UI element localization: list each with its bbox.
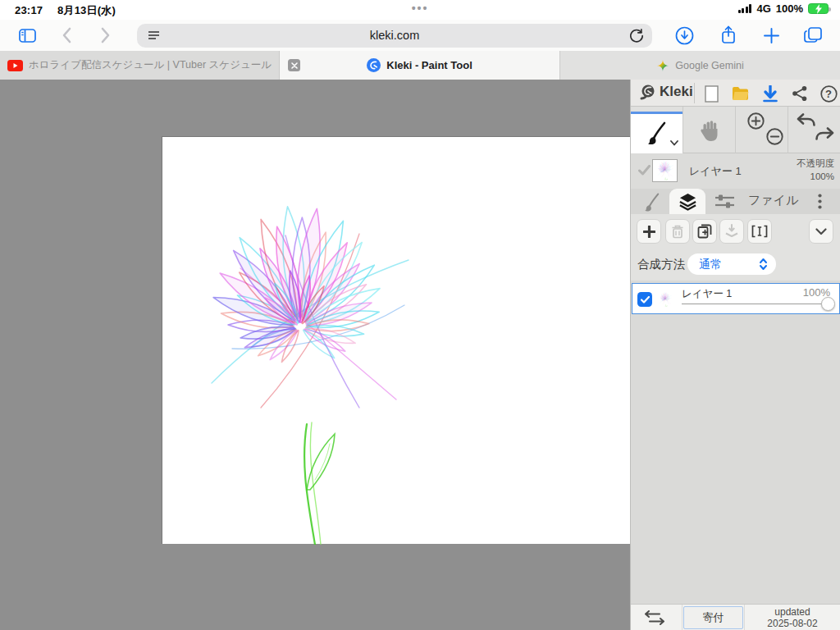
youtube-icon	[7, 60, 23, 71]
gemini-icon	[656, 59, 669, 72]
address-bar[interactable]: kleki.com	[137, 24, 652, 48]
tab-settings-icon[interactable]	[714, 192, 735, 211]
battery-charging-icon	[808, 3, 829, 14]
layer-visibility-checkbox[interactable]	[637, 292, 652, 307]
duplicate-layer-button[interactable]	[692, 219, 717, 244]
updated-date: 2025-08-02	[746, 618, 839, 629]
zoom-out-icon[interactable]	[766, 128, 783, 145]
opacity-label: 不透明度	[797, 157, 834, 170]
blend-mode-label: 合成方法	[637, 257, 685, 272]
layer-list-item-selected[interactable]: レイヤー 1 100%	[632, 283, 840, 314]
status-bar: 23:17 8月13日(水) ••• 4G 100%	[0, 0, 840, 20]
updated-info: updated 2025-08-02	[746, 606, 839, 629]
help-button[interactable]: ?	[818, 83, 839, 104]
tab-label: Kleki - Paint Tool	[386, 59, 472, 71]
tabs-overview-icon[interactable]	[801, 20, 824, 51]
rename-layer-button[interactable]	[747, 219, 772, 244]
blend-mode-value: 通常	[699, 258, 722, 272]
close-tab-icon[interactable]	[288, 59, 300, 71]
kleki-header: Kleki ?	[631, 80, 840, 107]
opacity-value: 100%	[797, 170, 834, 183]
tab-file[interactable]: ファイル	[748, 193, 798, 208]
brand-name: Kleki	[660, 84, 693, 100]
layer-item-thumbnail	[658, 292, 673, 307]
new-image-button[interactable]	[701, 83, 722, 104]
hand-icon	[699, 119, 720, 142]
status-right: 4G 100%	[738, 2, 829, 15]
add-layer-button[interactable]	[637, 219, 661, 244]
layer-thumb-art	[654, 161, 676, 180]
zoom-tool-cell[interactable]	[736, 107, 788, 153]
url-text: kleki.com	[137, 29, 652, 42]
kleki-favicon	[367, 58, 381, 72]
donate-button[interactable]: 寄付	[683, 606, 743, 629]
safari-toolbar: kleki.com	[0, 20, 840, 51]
layer-preview-thumbnail[interactable]	[652, 159, 678, 182]
paint-canvas[interactable]	[162, 136, 630, 544]
kleki-panel: Kleki ?	[630, 80, 840, 630]
blend-mode-row: 合成方法 通常	[631, 249, 840, 281]
tab-layers-active[interactable]	[669, 189, 705, 214]
layer-item-name: レイヤー 1	[682, 287, 732, 301]
tab-kleki-active[interactable]: Kleki - Paint Tool	[280, 51, 559, 80]
brush-tool-cell[interactable]	[631, 107, 683, 153]
undo-icon[interactable]	[796, 113, 816, 131]
new-tab-icon[interactable]	[760, 20, 782, 51]
back-button[interactable]	[57, 20, 75, 51]
merge-down-button-disabled[interactable]	[719, 219, 744, 244]
workspace-background: Kleki ?	[0, 80, 840, 630]
forward-button[interactable]	[97, 20, 115, 51]
sidebar-toggle-icon[interactable]	[16, 20, 38, 51]
network-type: 4G	[756, 2, 770, 15]
open-file-button[interactable]	[730, 83, 751, 104]
panel-tabs: ファイル	[631, 189, 840, 214]
collapse-panel-button[interactable]	[809, 219, 833, 244]
kleki-brand[interactable]: Kleki	[637, 82, 693, 102]
battery-percent: 100%	[776, 2, 803, 15]
delete-layer-button-disabled[interactable]	[665, 219, 690, 244]
select-chevrons-icon	[759, 258, 768, 271]
brush-options-caret-icon[interactable]	[670, 135, 678, 149]
download-manager-icon[interactable]	[673, 20, 695, 51]
tab-brush-icon[interactable]	[643, 193, 661, 212]
tab-gemini[interactable]: Google Gemini	[559, 51, 840, 80]
tab-label: ホロライブ配信スケジュール | VTuber スケジュール	[29, 58, 272, 72]
tab-hololive[interactable]: ホロライブ配信スケジュール | VTuber スケジュール	[0, 51, 280, 80]
donate-cell: 寄付	[682, 605, 745, 630]
more-menu-icon[interactable]	[818, 194, 822, 209]
reload-icon[interactable]	[629, 28, 644, 47]
swap-colors-icon[interactable]	[644, 610, 665, 625]
brush-tool-active[interactable]	[631, 112, 682, 153]
panel-bottom-bar: 寄付 updated 2025-08-02	[631, 604, 840, 630]
tab-bar: ホロライブ配信スケジュール | VTuber スケジュール Kleki - Pa…	[0, 51, 840, 80]
kleki-logo-icon	[637, 82, 657, 102]
flower-drawing	[162, 137, 631, 545]
zoom-in-icon[interactable]	[747, 112, 765, 130]
layer-actions	[631, 214, 840, 249]
redo-icon[interactable]	[815, 127, 835, 145]
layer-opacity-slider-knob[interactable]	[821, 297, 835, 311]
blend-mode-select[interactable]: 通常	[687, 253, 776, 275]
current-layer-name: レイヤー 1	[689, 164, 742, 179]
opacity-readout: 不透明度 100%	[797, 157, 834, 183]
layer-opacity-slider[interactable]	[682, 304, 826, 305]
divider	[694, 83, 695, 103]
updated-word: updated	[746, 606, 839, 618]
current-layer-info: レイヤー 1 不透明度 100%	[631, 153, 840, 189]
tool-row	[631, 107, 840, 153]
save-download-button[interactable]	[760, 83, 781, 104]
layers-icon	[678, 192, 697, 211]
ipad-screen: 23:17 8月13日(水) ••• 4G 100%	[0, 0, 840, 630]
share-icon[interactable]	[718, 20, 739, 51]
hand-tool-cell[interactable]	[683, 107, 736, 153]
help-glyph: ?	[825, 88, 832, 100]
brush-icon	[646, 121, 668, 146]
tab-label: Google Gemini	[675, 60, 743, 71]
history-tool-cell[interactable]	[788, 107, 840, 153]
share-nodes-button[interactable]	[789, 83, 810, 104]
layer-visible-check-icon[interactable]	[638, 165, 651, 176]
cellular-signal-icon	[738, 4, 752, 13]
multitask-indicator-icon: •••	[0, 2, 840, 15]
